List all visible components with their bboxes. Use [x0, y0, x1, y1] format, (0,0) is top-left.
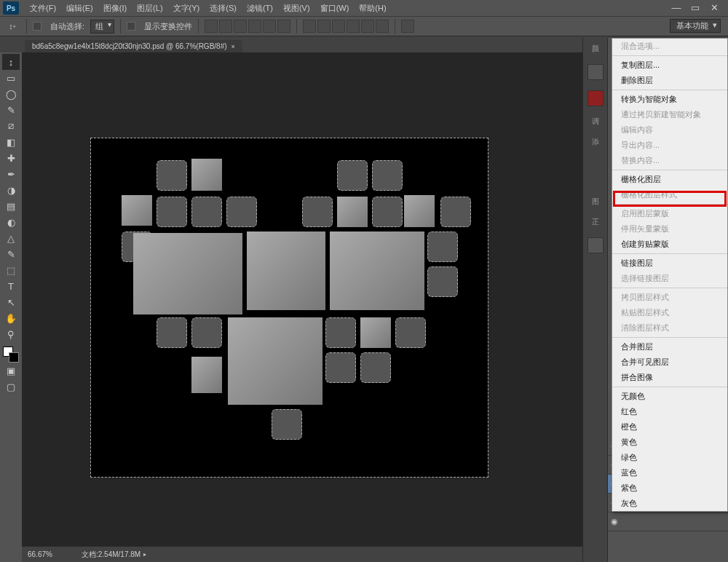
collage-cell[interactable]: [157, 197, 187, 227]
restore-button[interactable]: ▭: [686, 1, 705, 13]
dist-icon[interactable]: [361, 20, 374, 33]
eraser-tool[interactable]: ◐: [2, 214, 20, 230]
panel-normal-label[interactable]: 正: [592, 217, 599, 227]
lasso-tool[interactable]: ◯: [2, 86, 20, 102]
auto-select-target-dropdown[interactable]: 组: [90, 20, 114, 33]
document-tab[interactable]: bd6a5c8egw1e4lx15t8dcj20t30njn30.psd @ 6…: [25, 40, 242, 52]
menu-filter[interactable]: 滤镜(T): [242, 3, 278, 14]
collage-image[interactable]: [360, 317, 391, 348]
move-tool-icon[interactable]: ↕+: [4, 20, 20, 33]
context-menu-item[interactable]: 紫色: [612, 480, 727, 496]
align-icon[interactable]: [277, 20, 290, 33]
visibility-icon[interactable]: ◉: [611, 517, 618, 526]
collage-cell[interactable]: [372, 197, 403, 227]
align-icon[interactable]: [234, 20, 247, 33]
panel-color-label[interactable]: 颜: [592, 44, 599, 54]
collage-image[interactable]: [404, 195, 435, 227]
context-menu-item[interactable]: 合并可见图层: [612, 355, 727, 370]
collage-cell[interactable]: [157, 317, 187, 348]
context-menu-item[interactable]: 无颜色: [612, 389, 727, 404]
context-menu-item[interactable]: 栅格化图层: [612, 172, 727, 187]
dist-icon[interactable]: [332, 20, 345, 33]
menu-select[interactable]: 选择(S): [205, 3, 242, 14]
dist-icon[interactable]: [303, 20, 316, 33]
align-icon[interactable]: [248, 20, 261, 33]
align-icon[interactable]: [205, 20, 218, 33]
panel-adjust-label[interactable]: 调: [592, 116, 599, 127]
menu-edit[interactable]: 编辑(E): [61, 3, 98, 14]
lock-icon[interactable]: [587, 237, 604, 253]
collage-image[interactable]: [133, 233, 242, 314]
close-button[interactable]: ✕: [705, 1, 724, 13]
collage-cell[interactable]: [337, 160, 368, 191]
quickmask-tool[interactable]: ▣: [2, 363, 20, 379]
context-menu-item[interactable]: 合并图层: [612, 339, 727, 355]
collage-cell[interactable]: [395, 317, 426, 348]
hand-tool[interactable]: ✋: [2, 310, 20, 326]
menu-type[interactable]: 文字(Y): [168, 3, 205, 14]
type-tool[interactable]: T: [2, 278, 20, 294]
document-canvas[interactable]: [91, 138, 488, 477]
menu-image[interactable]: 图像(I): [98, 3, 132, 14]
context-menu-item[interactable]: 复制图层...: [612, 58, 727, 73]
context-menu-item[interactable]: 蓝色: [612, 465, 727, 480]
collage-cell[interactable]: [360, 352, 391, 383]
zoom-level[interactable]: 66.67%: [28, 550, 71, 558]
3d-icon[interactable]: [401, 20, 414, 33]
menu-layer[interactable]: 图层(L): [132, 3, 167, 14]
collage-cell[interactable]: [325, 352, 356, 383]
dist-icon[interactable]: [317, 20, 331, 33]
collage-cell[interactable]: [325, 317, 356, 348]
collage-cell[interactable]: [372, 160, 403, 191]
align-icon[interactable]: [219, 20, 232, 33]
move-tool[interactable]: ↕: [2, 54, 20, 70]
panel-icon[interactable]: [587, 64, 604, 80]
collage-image[interactable]: [191, 357, 222, 393]
show-transform-checkbox[interactable]: [127, 22, 135, 31]
docinfo-arrow-icon[interactable]: ▸: [143, 551, 146, 558]
context-menu-item[interactable]: 删除图层: [612, 73, 727, 88]
context-menu-item[interactable]: 转换为智能对象: [612, 92, 727, 107]
menu-view[interactable]: 视图(V): [278, 3, 315, 14]
context-menu-item[interactable]: 创建剪贴蒙版: [612, 237, 727, 252]
marquee-tool[interactable]: ▭: [2, 70, 20, 86]
tab-close-icon[interactable]: ×: [232, 43, 235, 50]
collage-cell[interactable]: [272, 409, 302, 440]
panel-add-label[interactable]: 添: [592, 137, 599, 147]
layer-row[interactable]: ◉: [608, 512, 728, 531]
context-menu-item[interactable]: 橙色: [612, 419, 727, 435]
dist-icon[interactable]: [376, 20, 389, 33]
history-brush-tool[interactable]: ▤: [2, 198, 20, 214]
screenmode-tool[interactable]: ▢: [2, 379, 20, 395]
gradient-tool[interactable]: △: [2, 230, 20, 246]
panel-icon[interactable]: [587, 90, 604, 106]
align-icon[interactable]: [263, 20, 276, 33]
collage-cell[interactable]: [302, 197, 333, 227]
collage-cell[interactable]: [226, 197, 257, 227]
collage-cell[interactable]: [191, 317, 222, 348]
stamp-tool[interactable]: ◑: [2, 182, 20, 198]
color-swatch[interactable]: [3, 347, 19, 363]
collage-image[interactable]: [247, 231, 325, 310]
eyedropper-tool[interactable]: ◧: [2, 134, 20, 150]
crop-tool[interactable]: ⧄: [2, 118, 20, 134]
blur-tool[interactable]: ✎: [2, 246, 20, 262]
wand-tool[interactable]: ✎: [2, 102, 20, 118]
collage-image[interactable]: [191, 159, 222, 191]
context-menu-item[interactable]: 链接图层: [612, 256, 727, 271]
dodge-tool[interactable]: ⬚: [2, 262, 20, 278]
collage-image[interactable]: [330, 231, 424, 310]
context-menu-item[interactable]: 黄色: [612, 435, 727, 450]
path-tool[interactable]: ↖: [2, 294, 20, 310]
collage-cell[interactable]: [157, 160, 187, 191]
collage-cell[interactable]: [427, 231, 458, 262]
collage-cell[interactable]: [191, 197, 222, 227]
minimize-button[interactable]: —: [667, 1, 686, 13]
collage-cell[interactable]: [440, 197, 471, 227]
panel-layers-label[interactable]: 图: [592, 197, 599, 207]
auto-select-checkbox[interactable]: [33, 22, 41, 31]
menu-window[interactable]: 窗口(W): [315, 3, 355, 14]
context-menu-item[interactable]: 拼合图像: [612, 370, 727, 385]
dist-icon[interactable]: [347, 20, 360, 33]
menu-file[interactable]: 文件(F): [25, 3, 61, 14]
